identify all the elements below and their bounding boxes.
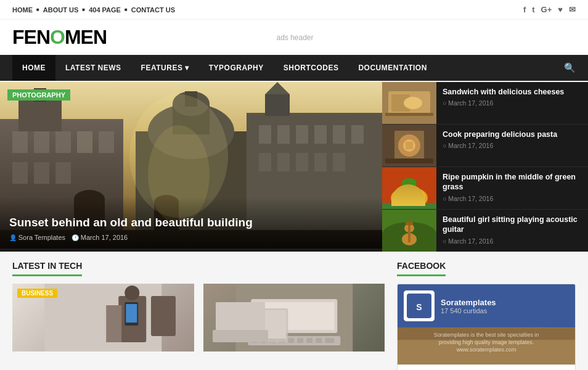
tech-thumb-1: Business bbox=[12, 284, 194, 352]
svg-rect-81 bbox=[325, 338, 334, 343]
hero-title: Sunset behind an old and beautiful build… bbox=[9, 215, 373, 231]
svg-rect-50 bbox=[382, 167, 436, 209]
sidebar-thumb-2 bbox=[382, 125, 436, 166]
svg-rect-83 bbox=[240, 310, 286, 339]
nav-item-latest[interactable]: LATEST NEWS bbox=[55, 55, 131, 81]
svg-rect-4 bbox=[55, 131, 71, 153]
tech-articles-list: Business bbox=[12, 284, 385, 352]
sidebar-article-content-2: Cook preparing delicious pasta March 17,… bbox=[436, 125, 588, 166]
hero-sidebar: Sandwich with delicious cheeses March 17… bbox=[382, 82, 588, 252]
svg-rect-20 bbox=[277, 125, 290, 144]
svg-rect-25 bbox=[259, 153, 271, 171]
facebook-widget-header: S Soratemplates 17 540 curtidas bbox=[398, 284, 575, 327]
facebook-logo: S bbox=[404, 290, 435, 321]
twitter-icon[interactable]: t bbox=[532, 5, 534, 14]
top-navigation: HOME ■ ABOUT US ■ 404 PAGE ■ CONTACT US bbox=[12, 6, 175, 14]
latest-tech-title: LATEST IN TECH bbox=[12, 261, 82, 276]
svg-rect-8 bbox=[34, 162, 49, 184]
logo-text2: MEN bbox=[65, 26, 107, 48]
tech-category-1[interactable]: Business bbox=[17, 289, 57, 298]
svg-text:Soratemplates is the best site: Soratemplates is the best site specialti… bbox=[434, 332, 539, 338]
main-navigation: HOME LATEST NEWS FEATURES ▾ TYPOGRAPHY S… bbox=[0, 55, 588, 81]
sidebar-thumb-1 bbox=[382, 82, 436, 124]
svg-rect-27 bbox=[296, 153, 308, 171]
svg-rect-43 bbox=[385, 113, 433, 116]
svg-text:S: S bbox=[416, 302, 422, 312]
nav-item-typography[interactable]: TYPOGRAPHY bbox=[199, 55, 274, 81]
sidebar-thumb-4 bbox=[382, 210, 436, 252]
sidebar-article-title-4[interactable]: Beautiful girl sitting playing acoustic … bbox=[443, 215, 582, 235]
sidebar-article-4[interactable]: Beautiful girl sitting playing acoustic … bbox=[382, 210, 588, 252]
logo[interactable]: FENOMEN bbox=[12, 26, 107, 49]
sidebar-article-content-3: Ripe pumpkin in the middle of green gras… bbox=[436, 167, 588, 209]
social-icons: f t G+ ♥ ✉ bbox=[523, 5, 576, 14]
svg-rect-66 bbox=[106, 305, 121, 342]
sidebar-article-title-3[interactable]: Ripe pumpkin in the middle of green gras… bbox=[443, 172, 582, 192]
svg-rect-79 bbox=[306, 338, 312, 343]
svg-rect-5 bbox=[77, 131, 92, 153]
dot-separator: ■ bbox=[125, 7, 128, 12]
nav-about[interactable]: ABOUT US bbox=[43, 6, 78, 14]
svg-rect-6 bbox=[99, 131, 114, 153]
svg-rect-68 bbox=[126, 304, 137, 323]
svg-point-65 bbox=[125, 286, 139, 300]
logo-text1: FEN bbox=[12, 26, 50, 48]
tech-article-2[interactable] bbox=[203, 284, 385, 352]
facebook-icon[interactable]: f bbox=[523, 5, 526, 14]
svg-rect-9 bbox=[55, 162, 71, 184]
nav-contact[interactable]: CONTACT US bbox=[131, 6, 175, 14]
instagram-icon[interactable]: ✉ bbox=[569, 5, 576, 14]
svg-rect-3 bbox=[34, 131, 49, 153]
pinterest-icon[interactable]: ♥ bbox=[558, 5, 563, 14]
svg-point-54 bbox=[402, 178, 417, 188]
tech-article-1[interactable]: Business bbox=[12, 284, 194, 352]
tech-thumb-2 bbox=[203, 284, 385, 352]
svg-rect-26 bbox=[277, 153, 290, 171]
svg-rect-48 bbox=[406, 142, 413, 149]
svg-rect-49 bbox=[385, 158, 433, 163]
dot-separator: ■ bbox=[36, 7, 39, 12]
svg-rect-78 bbox=[297, 338, 303, 343]
latest-tech-section: LATEST IN TECH Business bbox=[12, 261, 385, 370]
top-bar: HOME ■ ABOUT US ■ 404 PAGE ■ CONTACT US … bbox=[0, 0, 588, 20]
sidebar-article-date-1: March 17, 2016 bbox=[443, 99, 582, 107]
svg-rect-22 bbox=[314, 125, 327, 144]
nav-item-home[interactable]: HOME bbox=[12, 55, 55, 81]
svg-rect-7 bbox=[12, 162, 28, 184]
facebook-cover-image: Soratemplates is the best site specialti… bbox=[398, 327, 575, 364]
sidebar-article-title-2[interactable]: Cook preparing delicious pasta bbox=[443, 130, 582, 139]
sidebar-article-title-1[interactable]: Sandwich with delicious cheeses bbox=[443, 87, 582, 97]
svg-rect-28 bbox=[314, 153, 327, 171]
sidebar-article-3[interactable]: Ripe pumpkin in the middle of green gras… bbox=[382, 167, 588, 210]
svg-rect-73 bbox=[251, 338, 257, 343]
svg-rect-19 bbox=[259, 125, 271, 144]
sidebar-article-date-3: March 17, 2016 bbox=[443, 195, 582, 202]
nav-404[interactable]: 404 PAGE bbox=[89, 6, 121, 14]
hero-category-badge[interactable]: Photography bbox=[7, 89, 70, 101]
svg-rect-23 bbox=[333, 125, 345, 144]
svg-rect-53 bbox=[407, 184, 412, 197]
sidebar-article-date-2: March 17, 2016 bbox=[443, 142, 582, 149]
googleplus-icon[interactable]: G+ bbox=[541, 5, 552, 14]
svg-rect-61 bbox=[408, 224, 410, 242]
search-icon[interactable]: 🔍 bbox=[564, 62, 576, 73]
main-nav-list: HOME LATEST NEWS FEATURES ▾ TYPOGRAPHY S… bbox=[12, 55, 437, 81]
svg-rect-80 bbox=[316, 338, 322, 343]
svg-rect-62 bbox=[406, 222, 413, 225]
sidebar-article-2[interactable]: Cook preparing delicious pasta March 17,… bbox=[382, 125, 588, 167]
svg-point-51 bbox=[391, 187, 428, 209]
logo-o: O bbox=[50, 26, 65, 48]
sidebar-article-date-4: March 17, 2016 bbox=[443, 237, 582, 245]
nav-home[interactable]: HOME bbox=[12, 6, 33, 14]
svg-rect-21 bbox=[296, 125, 308, 144]
nav-item-shortcodes[interactable]: SHORTCODES bbox=[274, 55, 349, 81]
hero-date: March 17, 2016 bbox=[71, 234, 128, 241]
hero-main-image[interactable]: Photography Sunset behind an old and bea… bbox=[0, 82, 382, 249]
nav-item-docs[interactable]: DOCUMENTATION bbox=[348, 55, 436, 81]
svg-point-42 bbox=[404, 97, 422, 109]
svg-point-52 bbox=[393, 187, 425, 207]
facebook-section: FACEBOOK S Soratemplates 17 540 curtidas bbox=[397, 261, 576, 370]
hero-title-area: Sunset behind an old and beautiful build… bbox=[0, 197, 382, 249]
nav-item-features[interactable]: FEATURES ▾ bbox=[131, 55, 199, 81]
sidebar-article-1[interactable]: Sandwich with delicious cheeses March 17… bbox=[382, 82, 588, 125]
